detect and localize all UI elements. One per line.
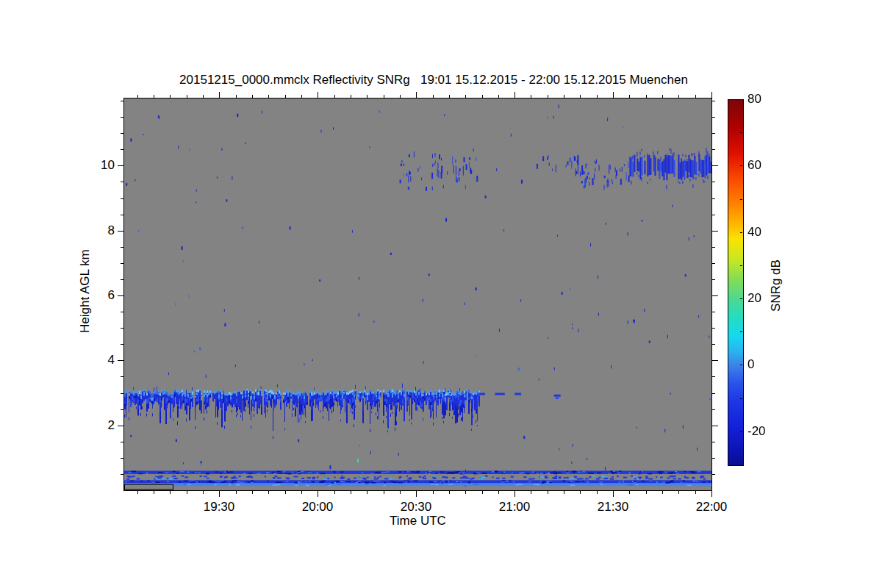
- y-minor-tick: [121, 376, 123, 377]
- y-minor-tick-right: [712, 215, 715, 215]
- x-minor-tick-top: [154, 95, 154, 98]
- colorbar-tick-label: -20: [747, 423, 781, 440]
- y-minor-tick: [121, 442, 123, 442]
- y-minor-tick: [121, 133, 123, 134]
- colorbar-minor-tick: [740, 298, 742, 299]
- x-tick-label: 22:00: [678, 500, 745, 514]
- x-minor-tick: [367, 491, 368, 494]
- y-minor-tick: [121, 247, 123, 248]
- x-minor-tick: [154, 491, 154, 494]
- y-major-tick-right: [712, 165, 718, 166]
- y-minor-tick-right: [712, 263, 715, 264]
- y-minor-tick: [121, 409, 123, 410]
- x-major-tick-top: [514, 92, 515, 98]
- colorbar-tick-label: 20: [747, 290, 781, 306]
- y-minor-tick: [121, 198, 123, 199]
- x-minor-tick: [252, 491, 253, 494]
- x-minor-tick: [433, 491, 434, 494]
- y-major-tick: [118, 426, 123, 426]
- x-minor-tick-top: [449, 95, 450, 98]
- x-minor-tick: [351, 491, 351, 494]
- x-minor-tick-top: [498, 95, 499, 98]
- x-major-tick-top: [318, 92, 318, 98]
- x-minor-tick: [187, 491, 187, 494]
- x-major-tick-top: [219, 92, 220, 98]
- colorbar-minor-tick: [740, 265, 742, 266]
- x-minor-tick-top: [482, 95, 483, 98]
- colorbar-minor-tick: [740, 165, 742, 166]
- y-minor-tick: [121, 149, 123, 150]
- y-minor-tick: [121, 328, 123, 329]
- y-minor-tick-right: [712, 117, 715, 118]
- x-minor-tick-top: [236, 95, 237, 98]
- x-tick-label: 21:30: [580, 500, 646, 514]
- x-minor-tick-top: [384, 95, 384, 98]
- x-major-tick: [711, 491, 712, 497]
- y-minor-tick: [121, 101, 123, 101]
- y-minor-tick-right: [712, 198, 715, 199]
- x-major-tick-top: [416, 92, 417, 98]
- x-minor-tick: [301, 491, 302, 494]
- x-tick-label: 20:30: [383, 500, 449, 514]
- colorbar-minor-tick: [740, 431, 742, 432]
- y-major-tick: [118, 231, 123, 232]
- y-tick-label: 4: [74, 353, 115, 368]
- x-minor-tick: [678, 491, 679, 494]
- colorbar-minor-tick: [740, 398, 742, 399]
- x-major-tick: [219, 491, 220, 497]
- x-tick-label: 21:00: [481, 500, 548, 514]
- y-major-tick: [118, 165, 123, 166]
- x-minor-tick: [384, 491, 384, 494]
- x-minor-tick: [482, 491, 483, 494]
- heatmap-canvas: [124, 98, 711, 490]
- y-minor-tick-right: [712, 312, 715, 312]
- x-minor-tick-top: [334, 95, 335, 98]
- y-minor-tick-right: [712, 149, 715, 150]
- x-minor-tick-top: [268, 95, 269, 98]
- colorbar-minor-tick: [740, 331, 742, 332]
- x-major-tick-top: [613, 92, 614, 98]
- y-major-tick-right: [712, 426, 718, 426]
- x-minor-tick-top: [351, 95, 351, 98]
- y-tick-label: 6: [74, 288, 115, 303]
- y-minor-tick: [121, 312, 123, 312]
- colorbar-tick-label: 80: [747, 91, 781, 107]
- y-minor-tick: [121, 279, 123, 280]
- x-minor-tick: [580, 491, 581, 494]
- y-minor-tick-right: [712, 279, 715, 280]
- x-tick-label: 20:00: [284, 500, 351, 514]
- y-minor-tick-right: [712, 247, 715, 248]
- x-minor-tick-top: [187, 95, 187, 98]
- x-minor-tick: [137, 491, 138, 494]
- y-minor-tick-right: [712, 344, 715, 345]
- y-minor-tick: [121, 474, 123, 475]
- x-minor-tick: [629, 491, 630, 494]
- x-minor-tick: [662, 491, 663, 494]
- x-minor-tick-top: [301, 95, 302, 98]
- x-major-tick: [318, 491, 318, 497]
- x-minor-tick: [465, 491, 466, 494]
- x-minor-tick: [695, 491, 696, 494]
- x-minor-tick: [564, 491, 564, 494]
- x-minor-tick-top: [564, 95, 564, 98]
- x-minor-tick: [449, 491, 450, 494]
- y-minor-tick: [121, 117, 123, 118]
- x-major-tick: [416, 491, 417, 497]
- y-minor-tick: [121, 393, 123, 394]
- y-minor-tick-right: [712, 101, 715, 101]
- x-minor-tick: [203, 491, 204, 494]
- x-minor-tick-top: [580, 95, 581, 98]
- x-minor-tick-top: [285, 95, 286, 98]
- x-major-tick-top: [711, 92, 712, 98]
- colorbar-minor-tick: [740, 232, 742, 233]
- figure-title: 20151215_0000.mmclx Reflectivity SNRg 19…: [118, 73, 750, 87]
- y-major-tick: [118, 295, 123, 296]
- x-minor-tick: [548, 491, 548, 494]
- y-major-tick-right: [712, 231, 718, 232]
- y-minor-tick-right: [712, 458, 715, 459]
- y-minor-tick: [121, 263, 123, 264]
- y-minor-tick: [121, 458, 123, 459]
- y-minor-tick-right: [712, 409, 715, 410]
- colorbar-minor-tick: [740, 132, 742, 133]
- x-minor-tick-top: [252, 95, 253, 98]
